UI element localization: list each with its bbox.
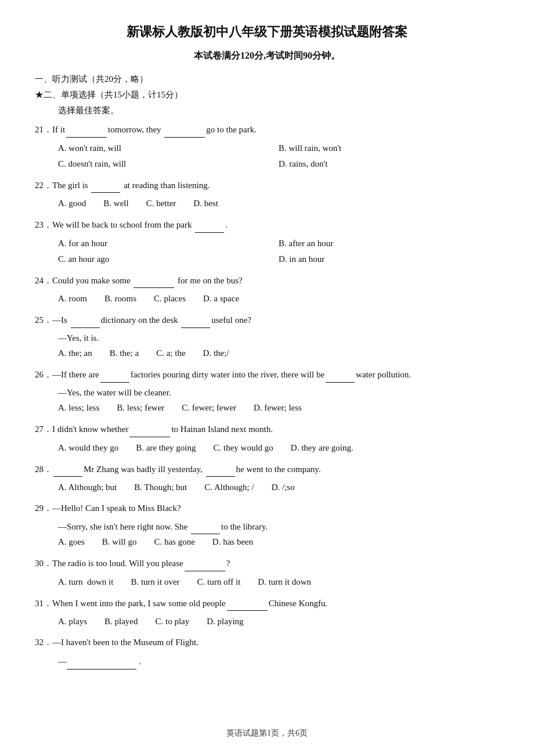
q26-text1: 26．—If there are factories pouring dirty… [35,367,499,383]
q30-optA: A. turn down it [58,574,113,590]
q21-optA: A. won't rain, will [58,141,279,156]
q27-optD: D. they are going. [291,440,353,456]
q29-options: A. goes B. will go C. has gone D. has be… [58,534,499,550]
q21-text: 21．If it tomorrow, they go to the park. [35,122,499,138]
subtitle: 本试卷满分120分,考试时间90分钟。 [35,50,499,62]
question-23: 23．We will be back to school from the pa… [35,217,499,267]
q22-optC: C. better [146,196,176,211]
question-22: 22．The girl is at reading than listening… [35,178,499,212]
q21-optD: D. rains, don't [279,156,499,172]
q32-blank1 [67,653,136,669]
q25-optA: A. the; an [58,345,92,361]
q30-optC: C. turn off it [197,574,241,590]
question-31: 31．When I went into the park, I saw some… [35,596,499,630]
q31-optC: C. to play [156,614,190,629]
q25-optB: B. the; a [110,345,139,361]
question-26: 26．—If there are factories pouring dirty… [35,367,499,416]
q28-blank1 [53,462,82,477]
q27-optA: A. would they go [58,440,118,456]
q28-optB: B. Though; but [134,480,187,495]
q31-optB: B. played [104,614,138,629]
q25-text1: 25．—Is dictionary on the desk useful one… [35,312,499,328]
q31-optA: A. plays [58,614,87,629]
question-27: 27．I didn't know whether to Hainan Islan… [35,422,499,456]
q25-optC: C. a; the [156,345,185,361]
q25-text2: —Yes, it is. [58,331,499,346]
q24-optC: C. places [154,291,186,307]
q26-optB: B. less; fewer [117,400,164,416]
q21-blank1 [66,122,107,138]
question-32: 32．—I haven't been to the Museum of Flig… [35,635,499,669]
q29-optD: D. has been [212,534,253,550]
q23-optD: D. in an hour [279,251,499,267]
q32-text1: 32．—I haven't been to the Museum of Flig… [35,635,499,650]
q25-blank2 [181,312,210,328]
q23-blank1 [195,217,224,233]
q31-optD: D. playing [207,614,243,629]
q29-optA: A. goes [58,534,85,550]
section2-header: ★二、单项选择（共15小题，计15分） [35,89,499,100]
q24-blank1 [134,273,174,289]
q28-text: 28． Mr Zhang was badly ill yesterday, he… [35,462,499,477]
q25-blank1 [71,312,100,328]
question-25: 25．—Is dictionary on the desk useful one… [35,312,499,361]
q22-optA: A. good [58,196,86,211]
q22-blank1 [91,178,120,193]
q28-optA: A. Although; but [58,480,117,495]
q24-optB: B. rooms [104,291,136,307]
q32-text2: — . [58,653,499,669]
q28-blank2 [206,462,235,477]
q30-optB: B. turn it over [131,574,179,590]
q26-blank2 [326,367,355,383]
q22-optD: D. best [193,196,218,211]
question-24: 24．Could you make some for me on the bus… [35,273,499,307]
q29-text1: 29．—Hello! Can I speak to Miss Black? [35,501,499,516]
q21-blank2 [164,122,205,138]
q23-optB: B. after an hour [279,236,499,251]
instruction: 选择最佳答案。 [58,105,499,116]
q24-text: 24．Could you make some for me on the bus… [35,273,499,289]
q31-options: A. plays B. played C. to play D. playing [58,614,499,629]
q28-optD: D. /;so [272,480,295,495]
q29-optC: C. has gone [154,534,194,550]
page-footer: 英语试题第1页，共6页 [0,728,534,739]
q26-blank1 [100,367,129,383]
q23-options: A. for an hour B. after an hour C. an ho… [58,236,499,267]
q22-optB: B. well [103,196,128,211]
q26-optA: A. less; less [58,400,99,416]
q28-optC: C. Although; / [204,480,254,495]
question-28: 28． Mr Zhang was badly ill yesterday, he… [35,462,499,496]
q25-optD: D. the;/ [203,345,229,361]
q24-optD: D. a space [203,291,239,307]
q27-blank1 [129,422,170,437]
q25-options: A. the; an B. the; a C. a; the D. the;/ [58,345,499,361]
q30-options: A. turn down it B. turn it over C. turn … [58,574,499,590]
q26-optC: C. fewer; fewer [182,400,236,416]
q29-optB: B. will go [102,534,137,550]
q21-optC: C. doesn't rain, will [58,156,279,172]
q27-options: A. would they go B. are they going C. th… [58,440,499,456]
question-21: 21．If it tomorrow, they go to the park. … [35,122,499,172]
q29-blank1 [191,519,220,535]
q21-optB: B. will rain, won't [279,141,499,156]
q26-text2: —Yes, the water will be cleaner. [58,386,499,401]
q23-optC: C. an hour ago [58,251,279,267]
question-29: 29．—Hello! Can I speak to Miss Black? —S… [35,501,499,550]
q30-blank1 [185,556,225,571]
q26-optD: D. fewer; less [254,400,302,416]
q31-text: 31．When I went into the park, I saw some… [35,596,499,611]
q24-optA: A. room [58,291,87,307]
q23-optA: A. for an hour [58,236,279,251]
section1-header: 一、听力测试（共20分，略） [35,74,499,85]
q22-text: 22．The girl is at reading than listening… [35,178,499,193]
q22-options: A. good B. well C. better D. best [58,196,499,211]
q29-text2: —Sorry, she isn't here right now. She to… [58,519,499,535]
q24-options: A. room B. rooms C. places D. a space [58,291,499,307]
q30-optD: D. turn it down [258,574,311,590]
q27-optC: C. they would go [213,440,273,456]
q27-optB: B. are they going [136,440,196,456]
q28-options: A. Although; but B. Though; but C. Altho… [58,480,499,495]
q23-text: 23．We will be back to school from the pa… [35,217,499,233]
q31-blank1 [227,596,268,611]
q30-text: 30．The radio is too loud. Will you pleas… [35,556,499,571]
